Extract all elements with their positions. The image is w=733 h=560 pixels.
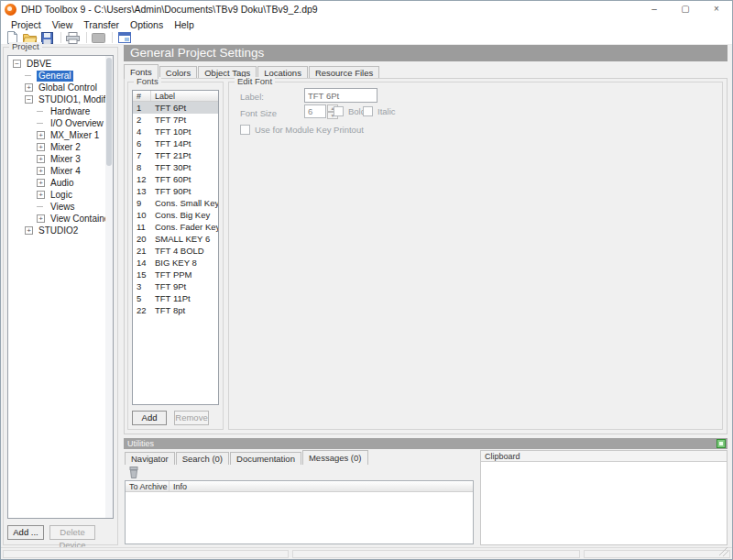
font-table-row[interactable]: 8TFT 30Pt <box>133 161 218 173</box>
tree-item-studio1-modified[interactable]: −STUDIO1, Modified <box>8 93 104 105</box>
tree-item-audio[interactable]: +Audio <box>8 177 104 189</box>
status-cell-1 <box>3 550 289 558</box>
font-table-row[interactable]: 21TFT 4 BOLD <box>133 245 218 257</box>
tree-item-mixer-4[interactable]: +Mixer 4 <box>8 165 104 177</box>
italic-checkbox[interactable] <box>363 106 373 116</box>
font-label-cell: TFT 14Pt <box>151 137 191 149</box>
menu-transfer[interactable]: Transfer <box>78 19 125 30</box>
font-table-row[interactable]: 7TFT 21Pt <box>133 149 218 161</box>
font-table-row[interactable]: 10Cons. Big Key <box>133 209 218 221</box>
bold-checkbox[interactable] <box>334 106 344 116</box>
tree-expander-icon[interactable]: + <box>37 214 45 223</box>
tree-expander-icon[interactable]: + <box>37 179 45 187</box>
font-table-row[interactable]: 11Cons. Fader Key <box>133 221 218 233</box>
remove-font-button[interactable]: Remove <box>174 411 209 425</box>
font-number-cell: 20 <box>133 233 151 245</box>
font-table-row[interactable]: 3TFT 9Pt <box>133 280 218 292</box>
add-device-button[interactable]: Add ... <box>7 525 44 540</box>
column-header-number[interactable]: # <box>133 91 151 101</box>
font-size-value[interactable]: 6 <box>304 104 326 118</box>
minimize-button[interactable]: – <box>639 1 670 17</box>
resize-grip-icon[interactable] <box>719 547 728 556</box>
font-table-row[interactable]: 14BIG KEY 8 <box>133 257 218 269</box>
menu-project[interactable]: Project <box>5 19 47 30</box>
column-header-info[interactable]: Info <box>170 481 473 491</box>
tree-item-views[interactable]: Views <box>8 201 104 213</box>
tree-item-global-control[interactable]: +Global Control <box>8 82 104 93</box>
tree-expander-icon[interactable]: + <box>25 226 33 235</box>
utilities-tab-search-0[interactable]: Search (0) <box>176 452 229 465</box>
tree-item-i-o-overview[interactable]: I/O Overview <box>8 117 104 129</box>
font-number-cell: 14 <box>133 257 151 269</box>
utilities-tab-documentation[interactable]: Documentation <box>230 452 301 465</box>
content-area: Project −DBVEGeneral+Global Control−STUD… <box>1 45 732 547</box>
status-cell-2 <box>292 550 580 558</box>
tab-fonts[interactable]: Fonts <box>124 64 159 79</box>
tree-expander-icon[interactable]: − <box>25 95 33 104</box>
font-table-row[interactable]: 13TFT 90Pt <box>133 185 218 197</box>
font-table-row[interactable]: 1TFT 6Pt <box>133 102 218 114</box>
font-table-row[interactable]: 12TFT 60Pt <box>133 173 218 185</box>
font-number-cell: 3 <box>133 280 151 292</box>
tab-resource-files[interactable]: Resource Files <box>309 66 379 79</box>
module-key-printout-checkbox[interactable] <box>240 125 250 135</box>
utilities-tab-navigator[interactable]: Navigator <box>125 452 175 465</box>
tree-expander-icon[interactable]: − <box>13 60 21 68</box>
tree-expander-icon[interactable]: + <box>37 143 45 151</box>
tree-item-label: View Container <box>49 214 114 225</box>
font-table-row[interactable]: 20SMALL KEY 6 <box>133 233 218 245</box>
font-label-cell: TFT 21Pt <box>151 149 191 161</box>
tab-colors[interactable]: Colors <box>159 66 197 79</box>
font-table-row[interactable]: 9Cons. Small Key <box>133 197 218 209</box>
tree-item-mixer-2[interactable]: +Mixer 2 <box>8 141 104 153</box>
font-table-row[interactable]: 15TFT PPM <box>133 269 218 280</box>
tree-expander-icon[interactable]: + <box>25 83 33 92</box>
menu-help[interactable]: Help <box>169 19 200 30</box>
column-header-to-archive[interactable]: To Archive <box>126 481 170 491</box>
tree-connector <box>37 203 45 211</box>
font-table-row[interactable]: 22TFT 8pt <box>133 304 218 316</box>
add-font-button[interactable]: Add <box>132 411 167 425</box>
font-table-row[interactable]: 2TFT 7Pt <box>133 114 218 126</box>
tree-item-hardware[interactable]: Hardware <box>8 105 104 117</box>
font-label-cell: TFT 4 BOLD <box>151 245 204 257</box>
image-disabled-icon[interactable] <box>91 31 106 44</box>
archive-icon[interactable] <box>126 467 141 479</box>
toolbar <box>1 31 732 45</box>
print-icon[interactable] <box>65 31 81 44</box>
tree-item-logic[interactable]: +Logic <box>8 189 104 201</box>
tree-expander-icon[interactable]: + <box>37 155 45 163</box>
tree-scrollbar-thumb[interactable] <box>106 58 112 166</box>
font-table-row[interactable]: 5TFT 11Pt <box>133 292 218 304</box>
status-bar <box>1 547 732 559</box>
close-button[interactable]: × <box>701 1 732 17</box>
status-cell-3 <box>584 550 730 558</box>
font-table-row[interactable]: 4TFT 10Pt <box>133 126 218 137</box>
window-controls: – ▢ × <box>639 1 732 17</box>
tree-expander-icon[interactable]: + <box>37 191 45 199</box>
tree-scrollbar[interactable] <box>105 56 113 518</box>
maximize-button[interactable]: ▢ <box>670 1 701 17</box>
tree-item-general[interactable]: General <box>8 70 104 82</box>
tree-expander-icon[interactable]: + <box>37 167 45 175</box>
tree-connector <box>37 119 45 127</box>
tree-item-mixer-3[interactable]: +Mixer 3 <box>8 153 104 165</box>
delete-device-button[interactable]: Delete Device <box>49 525 95 540</box>
utilities-tab-messages-0[interactable]: Messages (0) <box>302 450 368 465</box>
font-table-row[interactable]: 6TFT 14Pt <box>133 137 218 149</box>
font-label-cell: TFT 10Pt <box>151 126 191 137</box>
collapse-panel-button[interactable] <box>717 439 726 448</box>
tree-item-view-container[interactable]: +View Container <box>8 213 104 225</box>
label-field-input[interactable] <box>304 88 377 103</box>
transfer-window-icon[interactable] <box>116 31 132 44</box>
menu-view[interactable]: View <box>47 19 79 30</box>
tree-item-mx-mixer-1[interactable]: +MX_Mixer 1 <box>8 129 104 141</box>
tree-item-label: STUDIO2 <box>37 225 80 236</box>
font-number-cell: 21 <box>133 245 151 257</box>
tree-item-studio2[interactable]: +STUDIO2 <box>8 225 104 236</box>
font-number-cell: 2 <box>133 114 151 126</box>
tree-item-dbve[interactable]: −DBVE <box>8 58 104 70</box>
menu-options[interactable]: Options <box>125 19 169 30</box>
column-header-label[interactable]: Label <box>151 91 218 101</box>
tree-expander-icon[interactable]: + <box>37 131 45 139</box>
